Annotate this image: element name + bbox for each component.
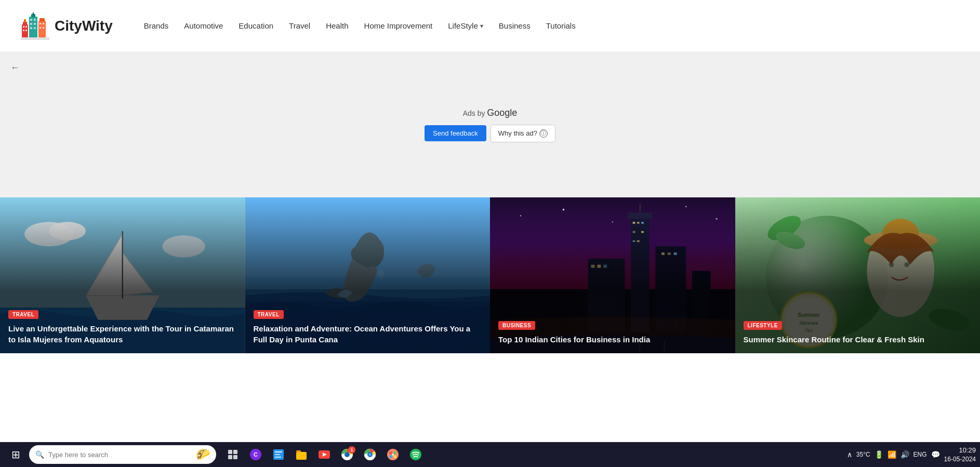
card-badge-3: BUSINESS bbox=[498, 321, 535, 330]
article-card-4[interactable]: Summer Skincare Tips LIFESTYLE Summer Sk… bbox=[735, 197, 981, 353]
logo-icon bbox=[21, 11, 49, 40]
article-card-2[interactable]: TRAVEL Relaxation and Adventure: Ocean A… bbox=[245, 197, 491, 353]
nav-home-improvement[interactable]: Home Improvement bbox=[364, 21, 433, 30]
nav-lifestyle[interactable]: LifeStyle ▾ bbox=[448, 21, 483, 30]
site-header: CityWity Brands Automotive Education Tra… bbox=[0, 0, 980, 52]
card-content-3: BUSINESS Top 10 Indian Cities for Busine… bbox=[490, 312, 735, 353]
card-content-1: TRAVEL Live an Unforgettable Experience … bbox=[0, 301, 245, 353]
svg-rect-4 bbox=[25, 26, 27, 28]
svg-rect-5 bbox=[23, 30, 24, 31]
main-nav: Brands Automotive Education Travel Healt… bbox=[144, 21, 576, 30]
card-badge-2: TRAVEL bbox=[254, 310, 284, 319]
article-card-3[interactable]: BUSINESS Top 10 Indian Cities for Busine… bbox=[490, 197, 735, 353]
svg-rect-12 bbox=[30, 23, 32, 25]
nav-travel[interactable]: Travel bbox=[289, 21, 310, 30]
svg-rect-21 bbox=[43, 27, 44, 29]
svg-rect-15 bbox=[34, 27, 36, 29]
card-content-4: LIFESTYLE Summer Skincare Routine for Cl… bbox=[735, 312, 981, 353]
ad-banner-area: ← Ads by Google Send feedback Why this a… bbox=[0, 52, 980, 197]
nav-education[interactable]: Education bbox=[239, 21, 273, 30]
nav-automotive[interactable]: Automotive bbox=[184, 21, 223, 30]
card-title-3: Top 10 Indian Cities for Business in Ind… bbox=[498, 334, 727, 345]
svg-rect-20 bbox=[39, 27, 41, 29]
svg-rect-9 bbox=[33, 12, 34, 15]
svg-rect-14 bbox=[30, 27, 32, 29]
svg-rect-13 bbox=[34, 23, 36, 25]
info-icon: ⓘ bbox=[539, 129, 548, 138]
article-cards-section: TRAVEL Live an Unforgettable Experience … bbox=[0, 197, 980, 353]
svg-rect-18 bbox=[39, 23, 41, 24]
site-logo[interactable]: CityWity bbox=[21, 11, 113, 40]
card-title-4: Summer Skincare Routine for Clear & Fres… bbox=[744, 334, 972, 345]
svg-rect-17 bbox=[39, 18, 45, 21]
svg-rect-11 bbox=[34, 19, 36, 21]
ad-action-buttons: Send feedback Why this ad? ⓘ bbox=[425, 125, 555, 142]
back-arrow-button[interactable]: ← bbox=[10, 62, 20, 73]
svg-rect-19 bbox=[43, 23, 44, 24]
svg-rect-10 bbox=[30, 19, 32, 21]
svg-rect-22 bbox=[21, 37, 49, 40]
logo-text: CityWity bbox=[55, 18, 113, 34]
card-badge-1: TRAVEL bbox=[8, 310, 38, 319]
nav-business[interactable]: Business bbox=[499, 21, 531, 30]
svg-rect-0 bbox=[22, 24, 28, 37]
svg-rect-3 bbox=[23, 26, 24, 28]
nav-tutorials[interactable]: Tutorials bbox=[546, 21, 576, 30]
card-title-2: Relaxation and Adventure: Ocean Adventur… bbox=[254, 323, 482, 345]
send-feedback-button[interactable]: Send feedback bbox=[425, 125, 486, 141]
card-badge-4: LIFESTYLE bbox=[744, 321, 782, 330]
ads-by-google-label: Ads by Google bbox=[463, 108, 518, 118]
nav-brands[interactable]: Brands bbox=[144, 21, 169, 30]
nav-health[interactable]: Health bbox=[326, 21, 348, 30]
card-content-2: TRAVEL Relaxation and Adventure: Ocean A… bbox=[245, 301, 491, 353]
article-card-1[interactable]: TRAVEL Live an Unforgettable Experience … bbox=[0, 197, 245, 353]
chevron-down-icon: ▾ bbox=[480, 22, 483, 30]
svg-rect-6 bbox=[25, 30, 27, 31]
why-this-ad-button[interactable]: Why this ad? ⓘ bbox=[491, 125, 555, 142]
svg-rect-2 bbox=[24, 19, 26, 22]
card-title-1: Live an Unforgettable Experience with th… bbox=[8, 323, 237, 345]
